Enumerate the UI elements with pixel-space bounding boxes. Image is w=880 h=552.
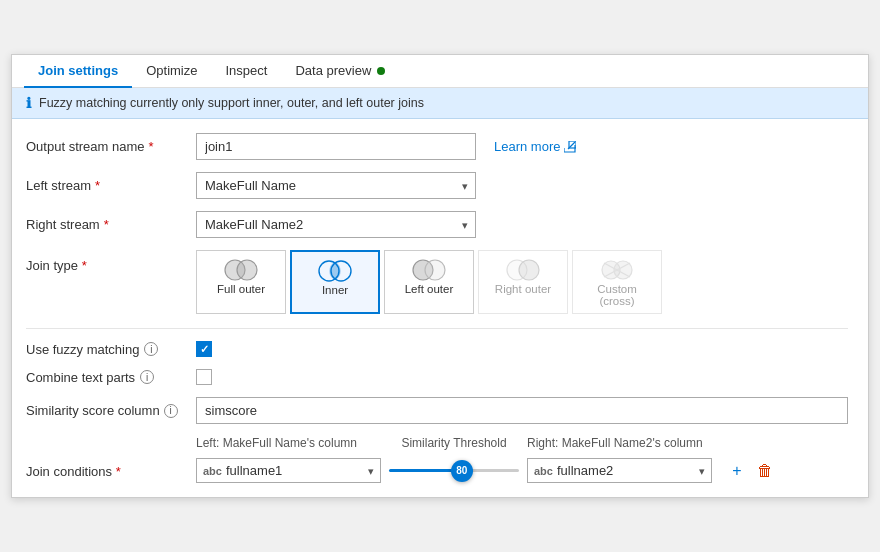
left-column-header: Left: MakeFull Name's column — [196, 436, 381, 450]
right-abc-badge: abc — [534, 465, 553, 477]
fuzzy-matching-row: Use fuzzy matching i — [26, 341, 848, 357]
combine-text-parts-checkbox[interactable] — [196, 369, 212, 385]
custom-cross-icon — [598, 257, 636, 283]
join-type-row: Join type * Full outer — [26, 250, 848, 314]
left-stream-label: Left stream * — [26, 178, 196, 193]
full-outer-label: Full outer — [217, 283, 265, 295]
output-stream-control — [196, 133, 476, 160]
threshold-slider-thumb[interactable]: 80 — [451, 460, 473, 482]
right-stream-select-wrapper: MakeFull Name MakeFull Name2 ▾ — [196, 211, 476, 238]
inner-label: Inner — [322, 284, 348, 296]
right-stream-select[interactable]: MakeFull Name MakeFull Name2 — [196, 211, 476, 238]
info-message: Fuzzy matching currently only support in… — [39, 96, 424, 110]
left-stream-row: Left stream * MakeFull Name MakeFull Nam… — [26, 172, 848, 199]
right-outer-label: Right outer — [495, 283, 551, 295]
fuzzy-matching-checkbox[interactable] — [196, 341, 212, 357]
data-preview-dot — [377, 67, 385, 75]
info-icon: ℹ — [26, 95, 31, 111]
join-option-inner[interactable]: Inner — [290, 250, 380, 314]
conditions-content: Left: MakeFull Name's column Similarity … — [196, 436, 848, 483]
tab-inspect[interactable]: Inspect — [211, 55, 281, 88]
left-abc-badge: abc — [203, 465, 222, 477]
join-conditions-label: Join conditions * — [26, 436, 196, 479]
join-option-custom-cross: Custom (cross) — [572, 250, 662, 314]
mid-column-header: Similarity Threshold — [389, 436, 519, 450]
combine-text-parts-label: Combine text parts i — [26, 370, 196, 385]
similarity-score-label: Similarity score column i — [26, 403, 196, 418]
full-outer-icon — [222, 257, 260, 283]
join-option-left-outer[interactable]: Left outer — [384, 250, 474, 314]
left-outer-icon — [410, 257, 448, 283]
tab-data-preview[interactable]: Data preview — [281, 55, 399, 88]
similarity-score-input[interactable] — [196, 397, 848, 424]
tab-optimize[interactable]: Optimize — [132, 55, 211, 88]
tab-bar: Join settings Optimize Inspect Data prev… — [12, 55, 868, 88]
required-marker: * — [149, 139, 154, 154]
right-stream-label: Right stream * — [26, 217, 196, 232]
fuzzy-matching-label: Use fuzzy matching i — [26, 342, 196, 357]
learn-more-link[interactable]: Learn more — [494, 139, 576, 154]
combine-text-info-icon[interactable]: i — [140, 370, 154, 384]
similarity-score-info-icon[interactable]: i — [164, 404, 178, 418]
output-stream-input[interactable] — [196, 133, 476, 160]
right-stream-row: Right stream * MakeFull Name MakeFull Na… — [26, 211, 848, 238]
svg-point-3 — [237, 260, 257, 280]
delete-condition-button[interactable]: 🗑 — [754, 460, 776, 482]
join-type-label: Join type * — [26, 250, 196, 273]
condition-row: abc fullname1 ▾ 80 a — [196, 458, 848, 483]
condition-actions: + 🗑 — [726, 460, 776, 482]
left-outer-label: Left outer — [405, 283, 454, 295]
external-link-icon — [564, 141, 576, 153]
join-conditions-row: Join conditions * Left: MakeFull Name's … — [26, 436, 848, 483]
similarity-score-row: Similarity score column i — [26, 397, 848, 424]
divider — [26, 328, 848, 329]
custom-cross-label: Custom (cross) — [583, 283, 651, 307]
threshold-slider-container: 80 — [389, 469, 519, 472]
main-window: Join settings Optimize Inspect Data prev… — [11, 54, 869, 498]
left-column-select-wrap: abc fullname1 ▾ — [196, 458, 381, 483]
add-condition-button[interactable]: + — [726, 460, 748, 482]
fuzzy-matching-info-icon[interactable]: i — [144, 342, 158, 356]
join-option-full-outer[interactable]: Full outer — [196, 250, 286, 314]
tab-join-settings[interactable]: Join settings — [24, 55, 132, 88]
conditions-headers: Left: MakeFull Name's column Similarity … — [196, 436, 848, 450]
output-stream-label: Output stream name * — [26, 139, 196, 154]
join-option-right-outer: Right outer — [478, 250, 568, 314]
info-bar: ℹ Fuzzy matching currently only support … — [12, 88, 868, 119]
right-column-select-wrap: abc fullname2 ▾ — [527, 458, 712, 483]
svg-point-7 — [425, 260, 445, 280]
output-stream-row: Output stream name * Learn more — [26, 133, 848, 160]
join-options: Full outer Inner — [196, 250, 662, 314]
form-content: Output stream name * Learn more Left str… — [12, 119, 868, 497]
inner-icon — [316, 258, 354, 284]
combine-text-parts-row: Combine text parts i — [26, 369, 848, 385]
threshold-slider-track[interactable]: 80 — [389, 469, 519, 472]
left-stream-select[interactable]: MakeFull Name MakeFull Name2 — [196, 172, 476, 199]
left-stream-select-wrapper: MakeFull Name MakeFull Name2 ▾ — [196, 172, 476, 199]
right-outer-icon — [504, 257, 542, 283]
right-column-select[interactable]: fullname2 — [557, 463, 705, 478]
left-column-select[interactable]: fullname1 — [226, 463, 374, 478]
right-column-header: Right: MakeFull Name2's column — [527, 436, 712, 450]
svg-point-9 — [519, 260, 539, 280]
